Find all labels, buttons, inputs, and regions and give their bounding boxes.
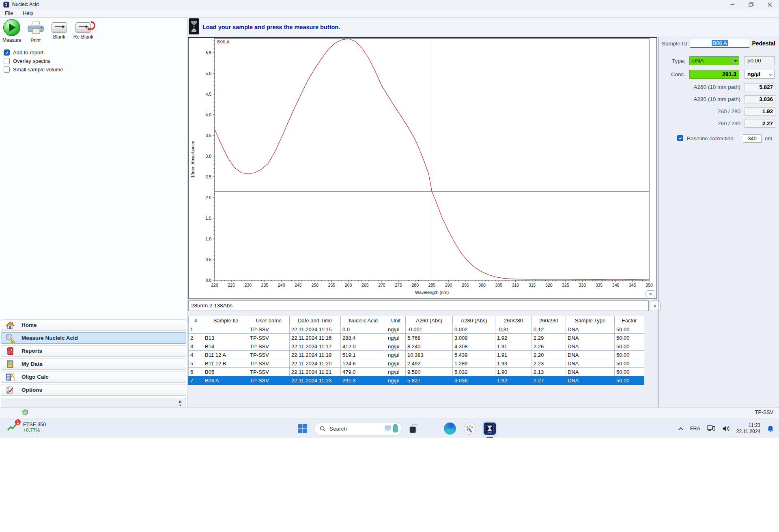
table-row[interactable]: 3B14TP-SSV22.11.2024 11:17412.0ng/µl8.24… (189, 342, 644, 351)
language-indicator[interactable]: FRA (690, 426, 700, 431)
task-view-button[interactable] (406, 420, 422, 437)
table-cell: 2.13 (532, 368, 566, 376)
close-button[interactable] (760, 0, 779, 9)
svg-text:220: 220 (211, 283, 218, 287)
table-row[interactable]: 4B11 12 ATP-SSV22.11.2024 11:19519.1ng/µ… (189, 351, 644, 359)
svg-text:310: 310 (512, 283, 519, 287)
column-header[interactable]: A260 (Abs) (406, 316, 453, 325)
sidebar-footer: »▾ (1, 398, 186, 407)
table-cell: 0.002 (453, 325, 495, 334)
notification-bell-icon[interactable] (767, 425, 774, 432)
collapse-sidebar-button[interactable]: »▾ (179, 399, 182, 407)
column-header[interactable]: A280 (Abs) (453, 316, 495, 325)
checkbox-add-to-report[interactable]: Add to report (4, 48, 63, 57)
table-cell: 5.439 (453, 351, 495, 359)
volume-icon[interactable] (722, 425, 730, 432)
network-icon[interactable] (707, 425, 716, 432)
svg-text:315: 315 (529, 283, 536, 287)
table-cell: TP-SSV (248, 376, 290, 385)
search-input[interactable]: Search (314, 422, 402, 435)
svg-text:4.0: 4.0 (205, 112, 211, 117)
sidebar-item-home[interactable]: Home (1, 319, 186, 331)
column-header[interactable]: Nucleic Acid (341, 316, 386, 325)
column-header[interactable]: User name (248, 316, 290, 325)
svg-text:295: 295 (462, 283, 469, 287)
nucleic-acid-app-button[interactable] (482, 420, 498, 437)
sidebar-item-reports[interactable]: Reports (1, 345, 186, 357)
factor-field[interactable]: 50.00 (745, 56, 775, 65)
column-header[interactable]: Date and Time (290, 316, 341, 325)
sidebar-item-measure-nucleic-acid[interactable]: Measure Nucleic Acid (1, 332, 186, 344)
menu-help[interactable]: Help (18, 11, 38, 16)
edge-icon (444, 423, 456, 435)
table-cell: DNA (566, 342, 615, 351)
panel-splitter[interactable]: ············· (0, 314, 187, 317)
main-area: Load your sample and press the measure b… (188, 18, 779, 407)
table-cell: B06 A (203, 376, 248, 385)
table-cell: 288.4 (341, 334, 386, 342)
sidebar-item-options[interactable]: Options (1, 384, 186, 396)
widgets-button[interactable]: 1 FTSE 350 +0.77% (6, 420, 46, 434)
table-cell: 22.11.2024 11:17 (290, 342, 341, 351)
edge-browser-button[interactable] (442, 420, 458, 437)
column-header[interactable]: 260/280 (495, 316, 532, 325)
table-cell: DNA (566, 351, 615, 359)
table-cell: 10.383 (406, 351, 453, 359)
table-cell: ng/µl (386, 359, 406, 368)
column-header[interactable]: # (189, 316, 203, 325)
status-bar: TP-SSV (0, 407, 779, 418)
a260-value: 5.827 (745, 83, 775, 91)
reblank-button[interactable]: Re-Blank (73, 19, 93, 43)
table-cell: 0.12 (532, 325, 566, 334)
table-cell: 0.0 (341, 325, 386, 334)
chevron-down-icon (769, 72, 773, 76)
checkbox-icon (4, 49, 10, 56)
clock[interactable]: 11:23 22.11.2024 (736, 423, 760, 435)
table-row[interactable]: 6B05TP-SSV22.11.2024 11:21479.0ng/µl9.58… (189, 368, 644, 376)
checkbox-small-sample-volume[interactable]: Small sample volume (4, 65, 63, 74)
checkbox-icon (4, 66, 10, 73)
table-cell: 5.032 (453, 368, 495, 376)
chart-collapse-button[interactable]: « (646, 290, 655, 297)
table-row[interactable]: 1TP-SSV22.11.2024 11:150.0ng/µl-0.0010.0… (189, 325, 644, 334)
table-cell (203, 325, 248, 334)
column-header[interactable]: Factor (615, 316, 644, 325)
table-cell: 1.93 (495, 359, 532, 368)
table-row[interactable]: 5B11 12 BTP-SSV22.11.2024 11:20124.6ng/µ… (189, 359, 644, 368)
restore-button[interactable] (742, 0, 760, 9)
table-cell: 9.580 (406, 368, 453, 376)
table-row[interactable]: 2B13TP-SSV22.11.2024 11:16288.4ng/µl5.76… (189, 334, 644, 342)
measure-button[interactable]: Measure (2, 19, 22, 43)
paint-app-button[interactable] (462, 420, 478, 437)
home-icon (5, 320, 16, 330)
reports-icon (5, 346, 16, 356)
column-header[interactable]: Unit (386, 316, 406, 325)
table-row[interactable]: 7B06 ATP-SSV22.11.2024 11:23291.3ng/µl5.… (189, 376, 644, 385)
table-cell: ng/µl (386, 376, 406, 385)
svg-text:0.0: 0.0 (205, 278, 211, 283)
svg-text:3.5: 3.5 (205, 133, 211, 138)
dropdown-arrow-icon (732, 57, 739, 65)
table-cell: DNA (566, 334, 615, 342)
minimize-button[interactable] (723, 0, 742, 9)
print-button[interactable]: Print (26, 19, 45, 43)
options-icon (5, 385, 16, 395)
svg-text:270: 270 (378, 283, 385, 287)
blank-button[interactable]: Blank (50, 19, 69, 43)
column-header[interactable]: Sample Type (566, 316, 615, 325)
checkbox-icon (4, 58, 10, 64)
svg-text:2.5: 2.5 (205, 174, 211, 179)
column-header[interactable]: Sample ID (203, 316, 248, 325)
column-header[interactable]: 260/230 (532, 316, 566, 325)
baseline-checkbox[interactable] (677, 135, 683, 141)
baseline-wavelength-field[interactable]: 340 (743, 134, 762, 143)
tray-expand-chevron-icon[interactable] (678, 427, 684, 431)
sidebar-item-oligo-calc[interactable]: Oligo Calc (1, 371, 186, 383)
start-button[interactable] (295, 420, 311, 437)
type-select[interactable]: DNA (689, 56, 739, 65)
unit-select[interactable]: ng/µl (745, 70, 775, 79)
menu-file[interactable]: File (0, 11, 18, 16)
checkbox-overlay-spectra[interactable]: Overlay spectra (4, 57, 63, 65)
sample-id-input[interactable]: B06 A (690, 39, 749, 48)
sidebar-item-my-data[interactable]: My Data (1, 358, 186, 370)
